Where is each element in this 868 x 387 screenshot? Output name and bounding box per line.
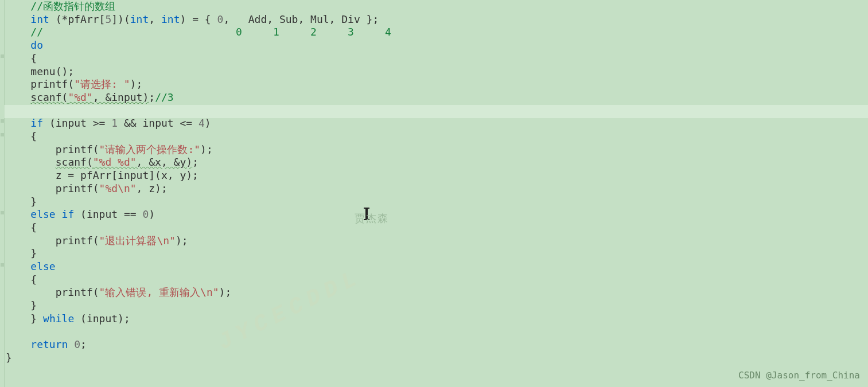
comment: //函数指针的数组 [30, 0, 115, 12]
credit-text: CSDN @Jason_from_China [738, 369, 860, 382]
scanf-warning: scanf( [56, 156, 93, 168]
keyword-int: int [30, 13, 49, 25]
code-editor[interactable]: //函数指针的数组 int (*pfArr[5])(int, int) = { … [0, 0, 868, 387]
scanf-warning: scanf( [30, 91, 68, 103]
comment: // 0 1 2 3 4 [30, 26, 391, 38]
keyword-do: do [30, 39, 43, 51]
code-text[interactable]: //函数指针的数组 int (*pfArr[5])(int, int) = { … [0, 0, 868, 365]
